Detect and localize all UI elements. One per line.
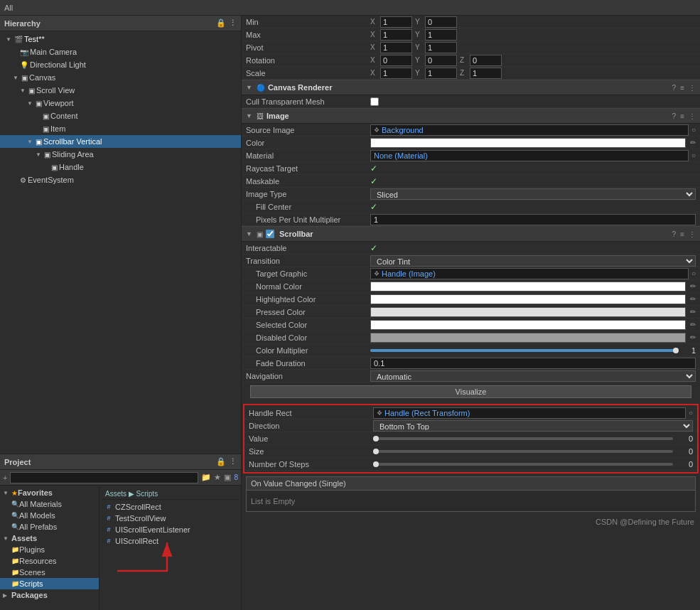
tree-item-handle[interactable]: ▣ Handle	[0, 161, 241, 173]
normal-color-bar[interactable]	[370, 282, 686, 291]
image-type-select[interactable]: Sliced Simple Tiled Filled	[370, 188, 696, 200]
hierarchy-dots-icon[interactable]: ⋮	[229, 18, 237, 28]
tree-scenes[interactable]: 📁 Scenes	[0, 567, 99, 578]
image-section[interactable]: ▼ 🖼 Image ? ≡ ⋮	[242, 108, 700, 124]
scale-z-input[interactable]	[470, 68, 502, 79]
disabled-color-bar[interactable]	[370, 333, 686, 343]
hierarchy-lock-icon[interactable]: 🔒	[216, 18, 226, 28]
scrollbar-enabled-checkbox[interactable]	[266, 230, 274, 238]
material-value[interactable]: None (Material)	[370, 150, 689, 161]
source-image-circle-btn[interactable]: ○	[691, 126, 696, 134]
selected-color-eyedropper[interactable]: ✏	[690, 321, 696, 328]
color-bar[interactable]	[370, 138, 686, 148]
tree-item-directional-light[interactable]: 💡 Directional Light	[0, 58, 241, 71]
canvas-renderer-toggle: ▼	[246, 84, 252, 91]
project-folder-icon[interactable]: 📁	[201, 473, 211, 482]
image-settings[interactable]: ≡	[680, 112, 684, 120]
min-x-input[interactable]	[380, 16, 412, 28]
tree-item-main-camera[interactable]: 📷 Main Camera	[0, 46, 241, 58]
tree-item-sliding-area[interactable]: ▼ ▣ Sliding Area	[0, 148, 241, 161]
pixels-per-unit-input[interactable]	[370, 214, 696, 225]
tree-item-event-system[interactable]: ⚙ EventSystem	[0, 173, 241, 186]
image-question[interactable]: ?	[672, 112, 677, 120]
tree-item-test[interactable]: ▼ 🎬 Test*	[0, 33, 241, 46]
source-image-value[interactable]: ❖ Background	[370, 124, 689, 136]
tree-all-materials[interactable]: 🔍 All Materials	[0, 498, 99, 510]
file-testscrollview[interactable]: # TestScrollView	[102, 513, 238, 524]
pivot-x-input[interactable]	[380, 42, 412, 53]
direction-select[interactable]: Bottom To Top Top To Bottom Left To Righ…	[373, 420, 693, 432]
min-y-input[interactable]	[425, 16, 457, 28]
material-circle-btn[interactable]: ○	[691, 151, 696, 159]
tree-packages[interactable]: ▶ Packages	[0, 589, 99, 601]
tree-scripts[interactable]: 📁 Scripts	[0, 578, 99, 589]
pressed-color-eyedropper[interactable]: ✏	[690, 308, 696, 316]
tree-item-viewport[interactable]: ▼ ▣ Viewport	[0, 97, 241, 109]
transition-select[interactable]: Color Tint Sprite Swap Animation None	[370, 255, 696, 267]
highlighted-color-eyedropper[interactable]: ✏	[690, 295, 696, 303]
hierarchy-header: Hierarchy 🔒 ⋮	[0, 16, 241, 31]
project-filter-icon[interactable]: ▣	[224, 473, 231, 482]
pressed-color-bar[interactable]	[370, 307, 686, 317]
rot-z-input[interactable]	[470, 55, 502, 66]
project-search-input[interactable]	[10, 472, 198, 483]
scale-y-input[interactable]	[425, 68, 457, 79]
highlighted-color-bar[interactable]	[370, 294, 686, 304]
scrollbar-question[interactable]: ?	[672, 230, 677, 238]
max-x-input[interactable]	[380, 29, 412, 41]
raycast-check: ✓	[370, 164, 377, 173]
max-y-input[interactable]	[425, 29, 457, 41]
steps-slider[interactable]	[373, 463, 673, 466]
tree-all-models[interactable]: 🔍 All Models	[0, 510, 99, 521]
project-dots-icon[interactable]: ⋮	[229, 457, 237, 466]
canvas-renderer-section[interactable]: ▼ 🔵 Canvas Renderer ? ≡ ⋮	[242, 80, 700, 95]
handle-rect-circle-btn[interactable]: ○	[689, 409, 693, 417]
prop-fill-center: Fill Center ✓	[242, 200, 700, 213]
project-lock-icon[interactable]: 🔒	[216, 457, 226, 466]
tree-assets[interactable]: ▼ Assets	[0, 533, 99, 544]
fade-duration-input[interactable]	[370, 358, 696, 369]
tree-all-prefabs[interactable]: 🔍 All Prefabs	[0, 521, 99, 533]
canvas-renderer-menu[interactable]: ⋮	[689, 84, 696, 92]
tree-item-content[interactable]: ▣ Content	[0, 109, 241, 122]
tree-favorites[interactable]: ▼ ★ Favorites	[0, 487, 99, 498]
tree-item-item[interactable]: ▣ Item	[0, 122, 241, 135]
tree-item-scroll-view[interactable]: ▼ ▣ Scroll View	[0, 84, 241, 97]
value-slider[interactable]	[373, 437, 673, 440]
file-czscrollrect[interactable]: # CZScrollRect	[102, 501, 238, 513]
disabled-color-eyedropper[interactable]: ✏	[690, 333, 696, 341]
scale-x-input[interactable]	[380, 68, 412, 79]
rot-y-input[interactable]	[425, 55, 457, 66]
canvas-renderer-question[interactable]: ?	[672, 84, 677, 92]
selected-color-bar[interactable]	[370, 320, 686, 330]
scrollbar-menu[interactable]: ⋮	[689, 230, 696, 238]
size-slider[interactable]	[373, 450, 673, 453]
project-star-icon[interactable]: ★	[214, 473, 221, 482]
canvas-renderer-settings[interactable]: ≡	[680, 84, 684, 92]
pivot-y-input[interactable]	[425, 42, 457, 53]
file-uiscrolleventlistener[interactable]: # UIScrollEventListener	[102, 524, 238, 535]
prop-pressed-color: Pressed Color ✏	[242, 306, 700, 319]
visualize-button[interactable]: Visualize	[250, 385, 691, 398]
color-eyedropper[interactable]: ✏	[690, 139, 696, 146]
canvas-label: Canvas	[29, 73, 55, 82]
tree-item-scrollbar-vertical[interactable]: ▼ ▣ Scrollbar Vertical	[0, 135, 241, 148]
eventsys-label: EventSystem	[28, 176, 74, 184]
tree-item-canvas[interactable]: ▼ ▣ Canvas	[0, 71, 241, 84]
tree-resources[interactable]: 📁 Resources	[0, 555, 99, 567]
file-uiscrollrect[interactable]: # UIScrollRect	[102, 535, 238, 547]
cull-transparent-checkbox[interactable]	[370, 97, 379, 106]
rot-x-input[interactable]	[380, 55, 412, 66]
navigation-select[interactable]: Automatic None Horizontal Vertical Expli…	[370, 370, 696, 382]
tree-plugins[interactable]: 📁 Plugins	[0, 544, 99, 555]
scrollbar-settings[interactable]: ≡	[680, 230, 684, 238]
handle-rect-value[interactable]: ❖ Handle (Rect Transform)	[373, 407, 686, 419]
prop-highlighted-color: Highlighted Color ✏	[242, 293, 700, 306]
target-graphic-circle-btn[interactable]: ○	[691, 269, 696, 277]
image-menu[interactable]: ⋮	[689, 112, 696, 120]
project-add-icon[interactable]: +	[3, 473, 7, 482]
scrollbar-section[interactable]: ▼ ▣ Scrollbar ? ≡ ⋮	[242, 226, 700, 242]
normal-color-eyedropper[interactable]: ✏	[690, 282, 696, 290]
target-graphic-value[interactable]: ❖ Handle (Image)	[370, 268, 689, 279]
color-multiplier-slider[interactable]	[370, 349, 676, 352]
